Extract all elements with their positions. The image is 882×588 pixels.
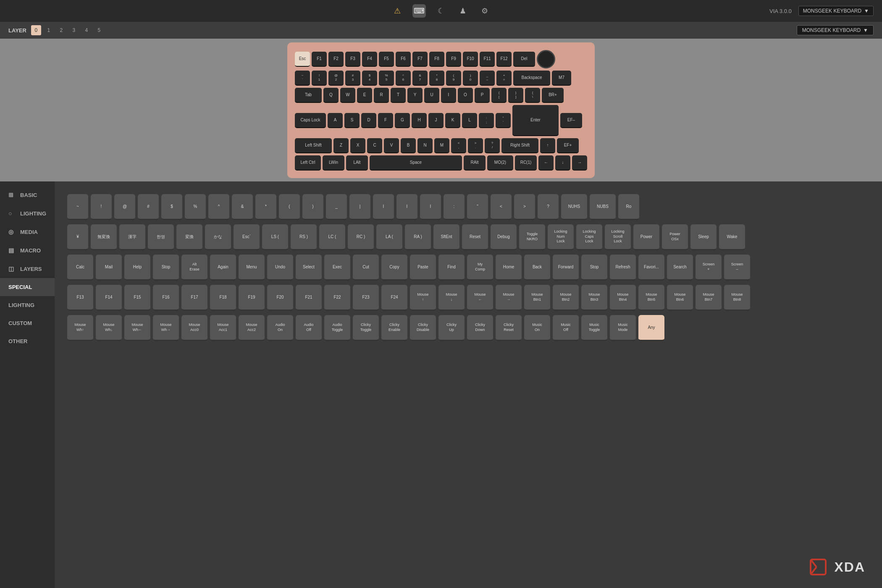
sidebar-item-lighting2[interactable]: LIGHTING — [0, 296, 55, 314]
sp-dquote[interactable]: " — [467, 194, 488, 220]
sp-audio-on[interactable]: AudioOn — [267, 315, 293, 341]
sp-debug[interactable]: Debug — [491, 224, 517, 250]
key-w[interactable]: W — [340, 88, 355, 103]
sp-f18[interactable]: F18 — [210, 285, 236, 311]
sp-wake[interactable]: Wake — [719, 224, 745, 250]
key-f11[interactable]: F11 — [480, 52, 495, 67]
sp-home[interactable]: Home — [496, 255, 522, 281]
sp-mouse-btn4[interactable]: MouseBtn4 — [610, 285, 636, 311]
key-x[interactable]: X — [350, 138, 365, 153]
key-f4[interactable]: F4 — [362, 52, 377, 67]
sp-f20[interactable]: F20 — [267, 285, 293, 311]
sp-mouse-btn8[interactable]: MouseBtn8 — [724, 285, 750, 311]
sp-f23[interactable]: F23 — [353, 285, 379, 311]
moon-icon[interactable]: ☾ — [434, 4, 448, 18]
key-semicolon[interactable]: :; — [479, 113, 494, 128]
key-f[interactable]: F — [378, 113, 393, 128]
sp-alt-erase[interactable]: AltErase — [181, 255, 207, 281]
warning-icon[interactable]: ⚠ — [391, 4, 404, 18]
sp-pct[interactable]: % — [185, 194, 206, 220]
sp-pipe[interactable]: | — [349, 194, 370, 220]
sp-rs[interactable]: RS ) — [291, 224, 317, 250]
sp-yen[interactable]: ¥ — [67, 224, 88, 250]
sp-mouse-whu[interactable]: MouseWh↑ — [67, 315, 93, 341]
settings-icon[interactable]: ⚙ — [478, 4, 491, 18]
sp-under[interactable]: _ — [326, 194, 347, 220]
key-r[interactable]: R — [374, 88, 389, 103]
key-lbracket[interactable]: {[ — [491, 88, 507, 103]
sp-cut[interactable]: Cut — [353, 255, 379, 281]
key-rc1[interactable]: RC(1) — [515, 155, 537, 171]
key-knob[interactable] — [537, 50, 555, 68]
layer-3[interactable]: 3 — [69, 25, 79, 35]
sp-my-comp[interactable]: MyComp — [467, 255, 493, 281]
sp-stop[interactable]: Stop — [153, 255, 179, 281]
sp-help[interactable]: Help — [124, 255, 150, 281]
sidebar-item-special[interactable]: SPECIAL — [0, 278, 55, 296]
key-period[interactable]: >. — [468, 138, 483, 153]
sidebar-item-custom[interactable]: CUSTOM — [0, 314, 55, 332]
sp-excl[interactable]: ! — [91, 194, 112, 220]
sp-mouse-down[interactable]: Mouse↓ — [438, 285, 465, 311]
sp-f24[interactable]: F24 — [381, 285, 407, 311]
sp-audio-off[interactable]: AudioOff — [296, 315, 322, 341]
sidebar-item-lighting[interactable]: ○ LIGHTING — [0, 204, 55, 223]
key-m[interactable]: M — [434, 138, 449, 153]
key-backspace[interactable]: Backspace — [513, 71, 550, 86]
sp-lparen[interactable]: ( — [279, 194, 300, 220]
sidebar-item-media[interactable]: ◎ MEDIA — [0, 223, 55, 241]
key-c[interactable]: C — [367, 138, 382, 153]
sp-quest[interactable]: ? — [538, 194, 559, 220]
sp-caret[interactable]: ^ — [208, 194, 229, 220]
sp-mail[interactable]: Mail — [96, 255, 122, 281]
key-t[interactable]: T — [391, 88, 406, 103]
key-i[interactable]: I — [441, 88, 456, 103]
key-ef-minus[interactable]: EF– — [560, 113, 582, 128]
key-lctrl[interactable]: Left Ctrl — [295, 155, 321, 171]
sp-locking-scroll[interactable]: LockingScrollLock — [605, 224, 631, 250]
key-slash[interactable]: ?/ — [485, 138, 500, 153]
sp-f21[interactable]: F21 — [296, 285, 322, 311]
sp-any[interactable]: Any — [638, 315, 664, 341]
key-enter[interactable]: Enter — [512, 105, 559, 136]
key-0[interactable]: )0 — [463, 71, 478, 86]
key-f1[interactable]: F1 — [312, 52, 327, 67]
keyboard-selector[interactable]: MONSGEEK KEYBOARD ▼ — [798, 6, 874, 16]
sp-f17[interactable]: F17 — [181, 285, 207, 311]
layer-4[interactable]: 4 — [81, 25, 92, 35]
keyboard-selector-layer[interactable]: MONSGEEK KEYBOARD ▼ — [797, 25, 874, 35]
key-7[interactable]: &7 — [412, 71, 428, 86]
sp-select[interactable]: Select — [296, 255, 322, 281]
key-lshift[interactable]: Left Shift — [295, 138, 332, 153]
key-esc[interactable]: Esc — [295, 52, 310, 67]
sp-f14[interactable]: F14 — [96, 285, 122, 311]
key-a[interactable]: A — [328, 113, 343, 128]
key-k[interactable]: K — [445, 113, 460, 128]
sp-back[interactable]: Back — [524, 255, 550, 281]
sidebar-item-other[interactable]: OTHER — [0, 332, 55, 350]
key-e[interactable]: E — [357, 88, 372, 103]
key-6[interactable]: ^6 — [396, 71, 411, 86]
sp-music-toggle[interactable]: MusicToggle — [581, 315, 607, 341]
sp-i3[interactable]: I — [420, 194, 441, 220]
sp-favorites[interactable]: Favori... — [638, 255, 664, 281]
key-minus[interactable]: _– — [480, 71, 495, 86]
sp-tilde[interactable]: ~ — [67, 194, 88, 220]
key-capslock[interactable]: Caps Lock — [295, 113, 326, 128]
sp-mouse-acc0[interactable]: MouseAcc0 — [181, 315, 207, 341]
sp-la[interactable]: LA ( — [376, 224, 402, 250]
key-f2[interactable]: F2 — [328, 52, 344, 67]
keyboard-icon[interactable]: ⌨ — [412, 4, 426, 18]
sp-henkan[interactable]: 変換 — [176, 224, 202, 250]
sp-mouse-btn7[interactable]: MouseBtn7 — [696, 285, 722, 311]
sp-kana[interactable]: かな — [205, 224, 231, 250]
key-9[interactable]: (9 — [446, 71, 461, 86]
sp-f22[interactable]: F22 — [324, 285, 350, 311]
key-q[interactable]: Q — [323, 88, 339, 103]
key-f6[interactable]: F6 — [396, 52, 411, 67]
sp-ro[interactable]: Ro — [618, 194, 639, 220]
sp-f15[interactable]: F15 — [124, 285, 150, 311]
sp-clicky-enable[interactable]: ClickyEnable — [381, 315, 407, 341]
key-del[interactable]: Del — [513, 52, 535, 67]
key-ef-plus[interactable]: EF+ — [557, 138, 579, 153]
